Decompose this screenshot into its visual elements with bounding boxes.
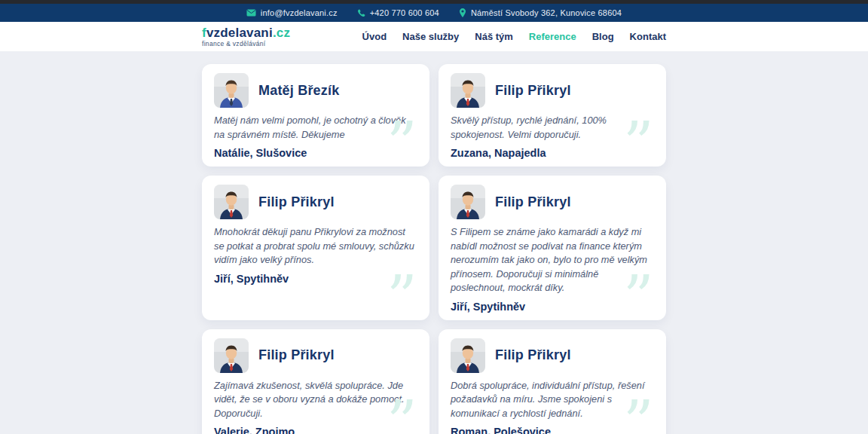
nav-item--vod[interactable]: Úvod (362, 31, 387, 42)
testimonial-name: Filip Přikryl (258, 347, 335, 363)
testimonial-name: Filip Přikryl (258, 194, 335, 210)
testimonial-quote: Skvělý přístup, rychlé jednání, 100% spo… (451, 114, 654, 142)
testimonial-header: Filip Přikryl (214, 338, 417, 373)
nav-item-n-t-m[interactable]: Náš tým (475, 31, 513, 42)
testimonial-header: Filip Přikryl (451, 73, 654, 108)
testimonials-page: Matěj Březík Matěj nám velmi pomohl, je … (0, 51, 868, 434)
testimonial-author: Jiří, Spytihněv (451, 301, 654, 313)
testimonial-author: Jiří, Spytihněv (214, 273, 417, 285)
testimonial-header: Filip Přikryl (214, 185, 417, 219)
nav-item-reference[interactable]: Reference (529, 31, 576, 42)
testimonials-grid: Matěj Březík Matěj nám velmi pomohl, je … (202, 64, 666, 434)
topbar-phone-link[interactable]: +420 770 600 604 (357, 8, 439, 17)
topbar-phone-text: +420 770 600 604 (370, 8, 439, 17)
testimonial-card: Filip Přikryl Mnohokrát děkuji panu Přik… (202, 176, 429, 320)
avatar (214, 338, 249, 373)
testimonial-quote: Matěj nám velmi pomohl, je ochotný a člo… (214, 114, 417, 142)
topbar-address-text: Náměstí Svobody 362, Kunovice 68604 (471, 8, 622, 17)
testimonial-header: Filip Přikryl (451, 338, 654, 373)
avatar (451, 73, 485, 108)
main-navbar: fvzdelavani.cz finance & vzdělávání Úvod… (0, 22, 868, 51)
site-logo-tagline: finance & vzdělávání (202, 41, 290, 47)
testimonial-card: Filip Přikryl Zajímavá zkušenost, skvělá… (202, 329, 429, 434)
phone-icon (357, 9, 365, 17)
testimonial-card: Filip Přikryl Dobrá spolupráce, individu… (439, 329, 666, 434)
avatar (214, 73, 249, 108)
testimonial-quote: Mnohokrát děkuji panu Přikrylovi za možn… (214, 225, 417, 267)
testimonial-card: Matěj Březík Matěj nám velmi pomohl, je … (202, 64, 429, 167)
envelope-icon (246, 9, 256, 17)
topbar-address-link[interactable]: Náměstí Svobody 362, Kunovice 68604 (459, 8, 622, 17)
nav-item-kontakt[interactable]: Kontakt (630, 31, 666, 42)
testimonial-header: Matěj Březík (214, 73, 417, 108)
testimonial-quote: S Filipem se známe jako kamarádi a když … (451, 225, 654, 295)
avatar (451, 185, 485, 219)
topbar-email-text: info@fvzdelavani.cz (261, 8, 338, 17)
nav-item-na-e-slu-by[interactable]: Naše služby (402, 31, 459, 42)
avatar (214, 185, 249, 219)
avatar (451, 338, 485, 373)
site-logo-text: fvzdelavani.cz (202, 26, 290, 39)
contact-topbar: info@fvzdelavani.cz +420 770 600 604 Nám… (0, 4, 868, 22)
quote-mark-icon: ” (387, 281, 417, 317)
testimonial-card: Filip Přikryl S Filipem se známe jako ka… (439, 176, 666, 320)
testimonial-name: Filip Přikryl (495, 347, 571, 363)
map-pin-icon (459, 8, 466, 17)
testimonial-header: Filip Přikryl (451, 185, 654, 219)
testimonial-author: Natálie, Slušovice (214, 147, 417, 159)
nav-item-blog[interactable]: Blog (592, 31, 614, 42)
testimonial-name: Matěj Březík (258, 83, 339, 99)
testimonial-name: Filip Přikryl (495, 83, 571, 99)
testimonial-quote: Dobrá spolupráce, individuální přístup, … (451, 379, 654, 421)
testimonial-card: Filip Přikryl Skvělý přístup, rychlé jed… (439, 64, 666, 167)
nav-menu: Úvod Naše služby Náš tým Reference Blog … (362, 31, 666, 42)
testimonial-quote: Zajímavá zkušenost, skvělá spolupráce. J… (214, 379, 417, 421)
site-logo[interactable]: fvzdelavani.cz finance & vzdělávání (202, 26, 290, 47)
topbar-email-link[interactable]: info@fvzdelavani.cz (246, 8, 338, 17)
testimonial-author: Roman, Polešovice (451, 426, 654, 434)
testimonial-author: Zuzana, Napajedla (451, 147, 654, 159)
testimonial-author: Valerie, Znojmo (214, 426, 417, 434)
testimonial-name: Filip Přikryl (495, 194, 571, 210)
